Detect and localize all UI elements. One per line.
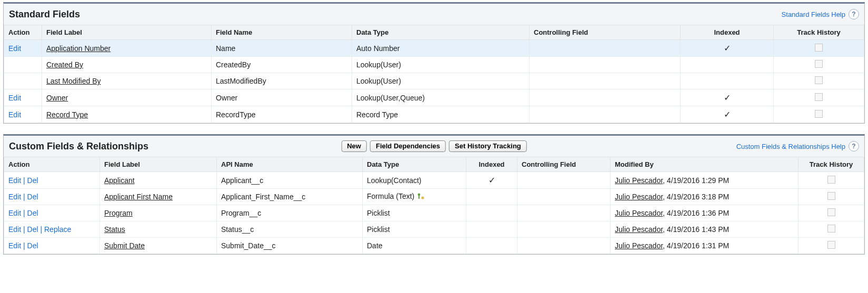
modified-by-link[interactable]: Julio Pescador xyxy=(615,209,663,217)
action-cell: Edit | Del xyxy=(4,205,100,221)
controlling-cell xyxy=(530,40,681,57)
action-cell xyxy=(4,57,42,73)
field-label-link[interactable]: Record Type xyxy=(46,110,88,119)
data-type-cell: Date xyxy=(363,238,466,254)
field-label-cell: Program xyxy=(100,205,217,221)
col-action: Action xyxy=(4,157,100,172)
modified-date: , 4/19/2016 3:18 PM xyxy=(663,193,729,201)
modified-by-link[interactable]: Julio Pescador xyxy=(615,176,663,185)
field-label-cell: Record Type xyxy=(42,106,212,123)
del-link[interactable]: Del xyxy=(27,193,38,201)
edit-link[interactable]: Edit xyxy=(8,94,21,102)
col-modified-by: Modified By xyxy=(611,157,799,172)
indexed-cell xyxy=(466,189,517,205)
field-label-link[interactable]: Applicant First Name xyxy=(104,193,173,201)
check-icon: ✓ xyxy=(724,93,731,102)
api-name-cell: Program__c xyxy=(217,205,363,221)
formula-icon xyxy=(416,193,425,201)
track-history-cell xyxy=(774,57,864,73)
modified-by-cell: Julio Pescador, 4/19/2016 1:29 PM xyxy=(611,172,799,189)
modified-date: , 4/19/2016 1:43 PM xyxy=(663,225,729,234)
data-type-cell: Formula (Text) xyxy=(363,189,466,205)
modified-by-link[interactable]: Julio Pescador xyxy=(615,241,663,250)
api-name-cell: Submit_Date__c xyxy=(217,238,363,254)
custom-fields-help-link[interactable]: Custom Fields & Relationships Help xyxy=(736,143,845,150)
api-name-cell: Status__c xyxy=(217,221,363,238)
indexed-cell: ✓ xyxy=(466,172,517,189)
controlling-cell xyxy=(530,57,681,73)
controlling-cell xyxy=(517,189,611,205)
table-row: EditApplication NumberNameAuto Number✓ xyxy=(4,40,864,57)
col-field-label: Field Label xyxy=(42,25,212,40)
track-history-cell xyxy=(799,172,864,189)
new-button[interactable]: New xyxy=(341,140,367,152)
checkbox-icon xyxy=(827,225,835,233)
edit-link[interactable]: Edit xyxy=(8,225,21,234)
field-label-link[interactable]: Applicant xyxy=(104,176,135,185)
field-name-cell: Owner xyxy=(212,89,352,106)
indexed-cell: ✓ xyxy=(681,106,774,123)
modified-date: , 4/19/2016 1:31 PM xyxy=(663,241,729,250)
field-dependencies-button[interactable]: Field Dependencies xyxy=(370,140,446,152)
del-link[interactable]: Del xyxy=(27,225,38,234)
field-label-link[interactable]: Last Modified By xyxy=(46,77,101,85)
modified-by-cell: Julio Pescador, 4/19/2016 1:43 PM xyxy=(611,221,799,238)
modified-date: , 4/19/2016 1:29 PM xyxy=(663,176,729,185)
set-history-tracking-button[interactable]: Set History Tracking xyxy=(449,140,527,152)
field-name-cell: LastModifiedBy xyxy=(212,73,352,89)
data-type-text: Formula (Text) xyxy=(367,192,414,200)
separator: | xyxy=(21,176,27,185)
modified-by-cell: Julio Pescador, 4/19/2016 1:31 PM xyxy=(611,238,799,254)
modified-by-link[interactable]: Julio Pescador xyxy=(615,225,663,234)
col-field-label: Field Label xyxy=(100,157,217,172)
col-action: Action xyxy=(4,25,42,40)
edit-link[interactable]: Edit xyxy=(8,193,21,201)
help-icon[interactable]: ? xyxy=(849,9,859,19)
help-icon[interactable]: ? xyxy=(849,141,859,151)
custom-fields-title: Custom Fields & Relationships xyxy=(9,141,148,152)
separator: | xyxy=(21,193,27,201)
edit-link[interactable]: Edit xyxy=(8,241,21,250)
field-label-cell: Applicant First Name xyxy=(100,189,217,205)
data-type-cell: Lookup(Contact) xyxy=(363,172,466,189)
modified-by-cell: Julio Pescador, 4/19/2016 3:18 PM xyxy=(611,189,799,205)
indexed-cell xyxy=(681,57,774,73)
col-api-name: API Name xyxy=(217,157,363,172)
modified-by-link[interactable]: Julio Pescador xyxy=(615,193,663,201)
field-label-cell: Status xyxy=(100,221,217,238)
data-type-cell: Picklist xyxy=(363,205,466,221)
replace-link[interactable]: Replace xyxy=(44,225,71,234)
custom-fields-panel: Custom Fields & Relationships New Field … xyxy=(3,134,865,255)
checkbox-icon xyxy=(815,76,823,84)
field-label-link[interactable]: Owner xyxy=(46,94,68,102)
edit-link[interactable]: Edit xyxy=(8,176,21,185)
field-label-link[interactable]: Application Number xyxy=(46,44,111,53)
track-history-cell xyxy=(774,73,864,89)
del-link[interactable]: Del xyxy=(27,241,38,250)
controlling-cell xyxy=(517,205,611,221)
table-row: Edit | Del | ReplaceStatusStatus__cPickl… xyxy=(4,221,864,238)
col-track-history: Track History xyxy=(799,157,864,172)
del-link[interactable]: Del xyxy=(27,209,38,217)
field-label-link[interactable]: Program xyxy=(104,209,133,217)
field-name-cell: CreatedBy xyxy=(212,57,352,73)
table-row: Last Modified ByLastModifiedByLookup(Use… xyxy=(4,73,864,89)
edit-link[interactable]: Edit xyxy=(8,44,21,53)
field-name-cell: RecordType xyxy=(212,106,352,123)
indexed-cell xyxy=(681,73,774,89)
standard-fields-title: Standard Fields xyxy=(9,9,80,20)
field-label-link[interactable]: Status xyxy=(104,225,125,234)
edit-link[interactable]: Edit xyxy=(8,209,21,217)
checkbox-icon xyxy=(827,176,835,184)
standard-fields-help-link[interactable]: Standard Fields Help xyxy=(782,11,845,18)
svg-point-2 xyxy=(422,196,424,199)
standard-fields-header: Standard Fields Standard Fields Help ? xyxy=(4,4,864,25)
edit-link[interactable]: Edit xyxy=(8,110,21,119)
field-label-link[interactable]: Submit Date xyxy=(104,241,145,250)
del-link[interactable]: Del xyxy=(27,176,38,185)
svg-rect-1 xyxy=(418,196,420,199)
field-label-cell: Created By xyxy=(42,57,212,73)
action-cell: Edit xyxy=(4,40,42,57)
field-label-link[interactable]: Created By xyxy=(46,60,83,69)
separator: | xyxy=(38,225,44,234)
